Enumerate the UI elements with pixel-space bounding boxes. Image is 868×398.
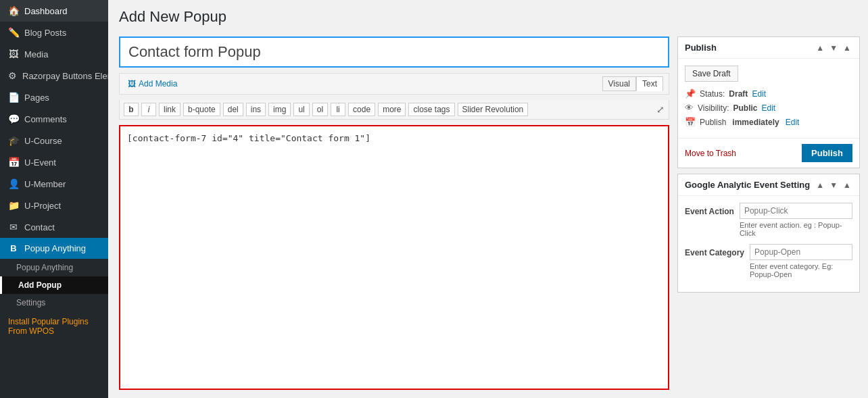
sidebar-sub-add-popup[interactable]: Add Popup xyxy=(0,276,108,294)
visibility-icon: 👁 xyxy=(685,103,694,113)
sidebar-item-dashboard[interactable]: 🏠 Dashboard xyxy=(0,0,108,22)
sidebar: 🏠 Dashboard ✏️ Blog Posts 🖼 Media ⚙ Razo… xyxy=(0,0,108,398)
sidebar-item-u-project[interactable]: 📁 U-Project xyxy=(0,195,108,216)
visibility-value: Public xyxy=(733,103,757,113)
li-button[interactable]: li xyxy=(331,103,345,116)
status-value: Draft xyxy=(729,89,748,99)
status-icon: 📌 xyxy=(685,89,696,99)
sidebar-item-label: Contact xyxy=(24,222,55,232)
visibility-edit-link[interactable]: Edit xyxy=(761,103,775,113)
razorpay-icon: ⚙ xyxy=(8,70,17,81)
editor-buttons-row: b i link b-quote del ins img ul ol li co… xyxy=(119,100,669,120)
link-button[interactable]: link xyxy=(159,103,180,116)
sidebar-item-label: Media xyxy=(24,49,48,59)
analytics-panel: Google Analytic Event Setting ▲ ▼ ▲ Even… xyxy=(677,174,860,293)
publish-panel-body: Save Draft 📌 Status: Draft Edit 👁 Visibi… xyxy=(678,59,859,138)
sidebar-item-popup-anything[interactable]: B Popup Anything xyxy=(0,238,108,259)
analytics-panel-header: Google Analytic Event Setting ▲ ▼ ▲ xyxy=(678,174,859,196)
editor-content[interactable]: [contact-form-7 id="4" title="Contact fo… xyxy=(119,125,669,390)
publish-timing-edit-link[interactable]: Edit xyxy=(786,118,800,127)
publish-panel: Publish ▲ ▼ ▲ Save Draft 📌 Status: Draft… xyxy=(677,36,860,168)
add-media-button[interactable]: 🖼 Add Media xyxy=(125,78,180,90)
main-content: Add New Popup 🖼 Add Media Visual Text b … xyxy=(108,0,868,398)
sidebar-item-label: U-Project xyxy=(24,201,61,211)
media-icon: 🖼 xyxy=(128,79,136,89)
slider-revolution-button[interactable]: Slider Revolution xyxy=(458,103,529,116)
tab-visual[interactable]: Visual xyxy=(602,76,636,91)
sidebar-item-pages[interactable]: 📄 Pages xyxy=(0,86,108,108)
tab-text[interactable]: Text xyxy=(636,76,663,91)
more-button[interactable]: more xyxy=(378,103,406,116)
sidebar-item-razorpay[interactable]: ⚙ Razorpay Buttons Elementor xyxy=(0,65,108,86)
u-event-icon: 📅 xyxy=(8,157,19,168)
sidebar-item-blog-posts[interactable]: ✏️ Blog Posts xyxy=(0,22,108,43)
b-quote-button[interactable]: b-quote xyxy=(183,103,220,116)
media-icon: 🖼 xyxy=(8,49,19,59)
sidebar-item-label: U-Event xyxy=(24,157,56,168)
publish-timing-icon: 📅 xyxy=(685,117,696,127)
publish-button[interactable]: Publish xyxy=(802,144,852,162)
publish-panel-header: Publish ▲ ▼ ▲ xyxy=(678,37,859,59)
page-title: Add New Popup xyxy=(108,0,868,28)
panel-up-button[interactable]: ▲ xyxy=(815,43,825,53)
sidebar-item-u-member[interactable]: 👤 U-Member xyxy=(0,173,108,195)
ol-button[interactable]: ol xyxy=(312,103,328,116)
italic-button[interactable]: i xyxy=(141,103,156,116)
pages-icon: 📄 xyxy=(8,92,19,103)
analytics-panel-icons: ▲ ▼ ▲ xyxy=(815,180,852,190)
code-button[interactable]: code xyxy=(348,103,375,116)
sidebar-item-comments[interactable]: 💬 Comments xyxy=(0,108,108,130)
event-action-hint: Enter event action. eg : Popup-Click xyxy=(740,221,852,237)
dashboard-icon: 🏠 xyxy=(8,5,19,16)
contact-icon: ✉ xyxy=(8,222,19,232)
panel-close-button[interactable]: ▲ xyxy=(842,43,852,53)
tab-group: Visual Text xyxy=(602,76,663,91)
img-button[interactable]: img xyxy=(268,103,291,116)
event-action-input[interactable] xyxy=(740,203,852,219)
close-tags-button[interactable]: close tags xyxy=(408,103,454,116)
event-action-row: Event Action Enter event action. eg : Po… xyxy=(685,203,852,237)
sidebar-item-u-event[interactable]: 📅 U-Event xyxy=(0,151,108,173)
event-action-label: Event Action xyxy=(685,203,734,216)
status-row: 📌 Status: Draft Edit xyxy=(685,89,852,99)
visibility-row: 👁 Visibility: Public Edit xyxy=(685,103,852,113)
sidebar-item-label: Blog Posts xyxy=(24,28,66,38)
ins-button[interactable]: ins xyxy=(246,103,266,116)
publish-timing-row: 📅 Publish immediately Edit xyxy=(685,117,852,127)
sidebar-item-u-course[interactable]: 🎓 U-Course xyxy=(0,130,108,151)
event-action-field-group: Enter event action. eg : Popup-Click xyxy=(740,203,852,237)
visibility-label: Visibility: xyxy=(698,103,729,113)
panel-down-button[interactable]: ▼ xyxy=(828,43,839,53)
bold-button[interactable]: b xyxy=(124,103,139,116)
analytics-close-button[interactable]: ▲ xyxy=(842,180,852,190)
publish-panel-title: Publish xyxy=(685,43,815,53)
u-project-icon: 📁 xyxy=(8,200,19,211)
install-plugins-link[interactable]: Install Popular Plugins From WPOS xyxy=(0,312,108,341)
status-edit-link[interactable]: Edit xyxy=(752,89,766,99)
sidebar-item-label: Dashboard xyxy=(24,6,68,16)
del-button[interactable]: del xyxy=(223,103,243,116)
editor-toolbar-top: 🖼 Add Media Visual Text xyxy=(119,73,669,95)
publish-panel-footer: Move to Trash Publish xyxy=(678,138,859,168)
popup-anything-icon: B xyxy=(8,243,19,253)
analytics-up-button[interactable]: ▲ xyxy=(815,180,825,190)
publish-label: Publish xyxy=(700,118,726,127)
analytics-panel-body: Event Action Enter event action. eg : Po… xyxy=(678,196,859,292)
sidebar-sub-settings[interactable]: Settings xyxy=(0,294,108,312)
ul-button[interactable]: ul xyxy=(293,103,309,116)
sidebar-item-label: Razorpay Buttons Elementor xyxy=(22,71,108,81)
save-draft-button[interactable]: Save Draft xyxy=(685,66,738,82)
blog-posts-icon: ✏️ xyxy=(8,27,19,38)
sidebar-sub-popup-anything[interactable]: Popup Anything xyxy=(0,259,108,276)
expand-button[interactable]: ⤢ xyxy=(656,104,665,115)
event-category-row: Event Category Enter event category. Eg:… xyxy=(685,244,852,278)
analytics-down-button[interactable]: ▼ xyxy=(828,180,839,190)
sidebar-item-contact[interactable]: ✉ Contact xyxy=(0,216,108,238)
u-member-icon: 👤 xyxy=(8,178,19,189)
move-trash-link[interactable]: Move to Trash xyxy=(685,149,736,158)
post-title-input[interactable] xyxy=(119,36,669,68)
event-category-input[interactable] xyxy=(750,244,852,260)
panel-header-icons: ▲ ▼ ▲ xyxy=(815,43,852,53)
editor-section: 🖼 Add Media Visual Text b i link b-quote… xyxy=(119,36,669,390)
sidebar-item-media[interactable]: 🖼 Media xyxy=(0,43,108,65)
